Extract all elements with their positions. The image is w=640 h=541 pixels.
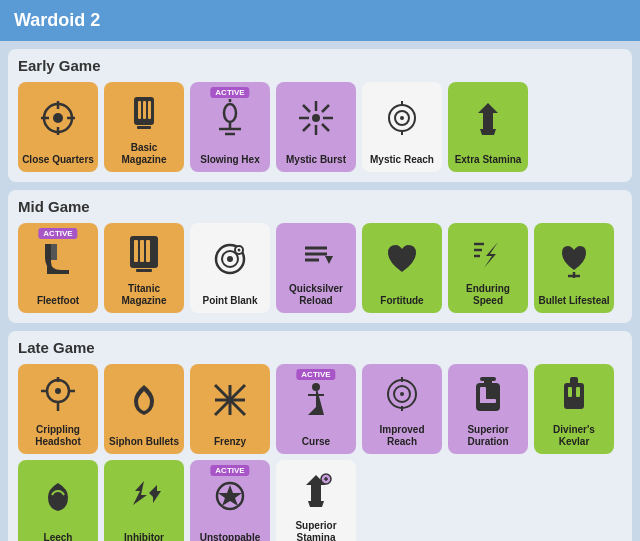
burst-icon: [297, 99, 335, 137]
icon-area: [362, 364, 442, 424]
svg-rect-72: [564, 383, 584, 409]
svg-point-37: [227, 256, 233, 262]
item-label: Improved Reach: [362, 424, 442, 448]
item-label: Curse: [299, 436, 333, 448]
item-label: Mystic Burst: [283, 154, 349, 166]
target-icon: [211, 240, 249, 278]
item-label: Titanic Magazine: [104, 283, 184, 307]
item-curse[interactable]: ACTIVE Curse: [276, 364, 356, 454]
magazine-icon: [127, 93, 161, 131]
item-basic-magazine[interactable]: Basic Magazine: [104, 82, 184, 172]
svg-rect-74: [576, 387, 580, 397]
item-mystic-burst[interactable]: Mystic Burst: [276, 82, 356, 172]
item-label: Mystic Reach: [367, 154, 437, 166]
item-quicksilver-reload[interactable]: Quicksilver Reload: [276, 223, 356, 313]
item-titanic-magazine[interactable]: Titanic Magazine: [104, 223, 184, 313]
item-siphon-bullets[interactable]: Siphon Bullets: [104, 364, 184, 454]
icon-area: [190, 223, 270, 295]
svg-point-39: [238, 249, 241, 252]
svg-rect-33: [146, 240, 150, 262]
svg-line-20: [303, 105, 310, 112]
svg-rect-8: [143, 101, 146, 119]
item-label: Diviner's Kevlar: [534, 424, 614, 448]
item-label: Unstoppable: [197, 532, 264, 541]
icon-area: [276, 82, 356, 154]
lifesteal-icon: [556, 240, 592, 278]
item-unstoppable[interactable]: ACTIVE Unstoppable: [190, 460, 270, 541]
inhibitor-icon: [125, 477, 163, 515]
svg-rect-31: [134, 240, 138, 262]
item-diviners-kevlar[interactable]: Diviner's Kevlar: [534, 364, 614, 454]
item-improved-reach[interactable]: Improved Reach: [362, 364, 442, 454]
boot-icon: [41, 240, 75, 278]
item-label: Enduring Speed: [448, 283, 528, 307]
svg-marker-43: [325, 256, 333, 264]
item-fortitude[interactable]: Fortitude: [362, 223, 442, 313]
item-label: Quicksilver Reload: [276, 283, 356, 307]
title-bar: Wardoid 2: [0, 0, 640, 41]
section-title-mid: Mid Game: [18, 198, 622, 215]
leech-icon: [40, 477, 76, 515]
svg-point-63: [400, 392, 404, 396]
svg-rect-70: [480, 399, 496, 403]
icon-area: [104, 82, 184, 142]
item-superior-stamina[interactable]: Superior Stamina: [276, 460, 356, 541]
svg-rect-73: [568, 387, 572, 397]
item-label: Siphon Bullets: [106, 436, 182, 448]
reach-icon: [383, 99, 421, 137]
big-mag-icon: [126, 234, 162, 272]
item-inhibitor[interactable]: Inhibitor: [104, 460, 184, 541]
item-close-quarters[interactable]: Close Quarters: [18, 82, 98, 172]
stamina-icon: [470, 99, 506, 137]
section-mid-game: Mid Game ACTIVE Fleetfoot: [8, 190, 632, 323]
item-leech[interactable]: Leech: [18, 460, 98, 541]
svg-line-21: [322, 124, 329, 131]
kevlar-icon: [556, 375, 592, 413]
item-label: Superior Duration: [448, 424, 528, 448]
svg-point-59: [312, 383, 320, 391]
item-label: Fleetfoot: [34, 295, 82, 307]
icon-area: [448, 82, 528, 154]
item-frenzy[interactable]: Frenzy: [190, 364, 270, 454]
icon-area: [18, 460, 98, 532]
item-crippling-headshot[interactable]: Crippling Headshot: [18, 364, 98, 454]
item-bullet-lifesteal[interactable]: Bullet Lifesteal: [534, 223, 614, 313]
icon-area: [104, 364, 184, 436]
icon-area: [18, 364, 98, 424]
sup-stamina-icon: [298, 471, 334, 509]
active-badge: ACTIVE: [210, 465, 249, 476]
unstoppable-icon: [212, 477, 248, 515]
icon-area: [362, 223, 442, 295]
curse-icon: [299, 381, 333, 419]
item-label: Extra Stamina: [452, 154, 525, 166]
icon-area: [276, 460, 356, 520]
svg-rect-9: [148, 101, 151, 119]
svg-point-11: [224, 104, 236, 122]
item-fleetfoot[interactable]: ACTIVE Fleetfoot: [18, 223, 98, 313]
icon-area: [534, 223, 614, 295]
item-mystic-reach[interactable]: Mystic Reach: [362, 82, 442, 172]
item-label: Fortitude: [377, 295, 426, 307]
late-game-row2: Leech Inhibitor ACTIVE: [18, 460, 622, 541]
item-label: Inhibitor: [121, 532, 167, 541]
item-point-blank[interactable]: Point Blank: [190, 223, 270, 313]
icon-area: [534, 364, 614, 424]
item-label: Crippling Headshot: [18, 424, 98, 448]
icon-area: [18, 82, 98, 154]
section-early-game: Early Game Close Quarters: [8, 49, 632, 182]
item-enduring-speed[interactable]: Enduring Speed: [448, 223, 528, 313]
svg-point-27: [400, 116, 404, 120]
icon-area: [362, 82, 442, 154]
svg-point-24: [312, 114, 320, 122]
svg-line-22: [322, 105, 329, 112]
item-label: Basic Magazine: [104, 142, 184, 166]
item-extra-stamina[interactable]: Extra Stamina: [448, 82, 528, 172]
item-label: Superior Stamina: [276, 520, 356, 541]
item-superior-duration[interactable]: Superior Duration: [448, 364, 528, 454]
item-slowing-hex[interactable]: ACTIVE Slowing Hex: [190, 82, 270, 172]
frenzy-icon: [211, 381, 249, 419]
icon-area: [448, 364, 528, 424]
improved-reach-icon: [383, 375, 421, 413]
svg-point-1: [53, 113, 63, 123]
section-title-late: Late Game: [18, 339, 622, 356]
